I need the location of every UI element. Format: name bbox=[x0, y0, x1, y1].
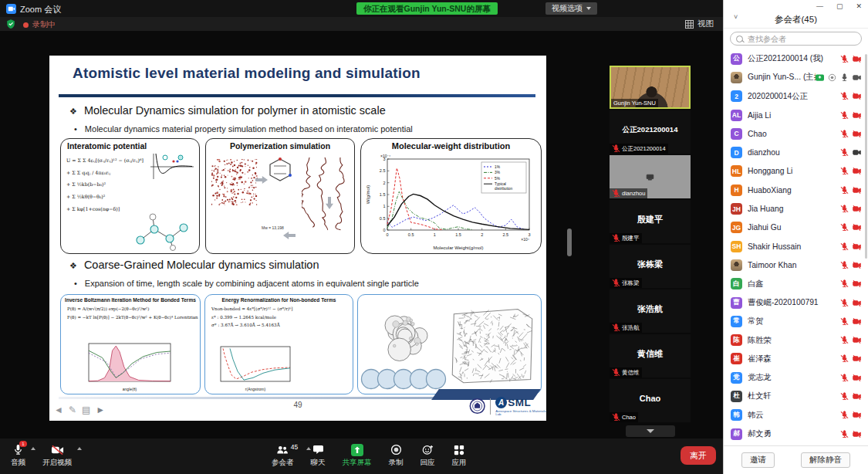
video-tile[interactable]: 张栋梁张栋梁 bbox=[610, 245, 691, 288]
presentation-slide: Atomistic level material modeling and si… bbox=[49, 56, 546, 421]
participant-row[interactable]: JGJiahui Gu bbox=[724, 218, 868, 237]
avatar bbox=[731, 72, 742, 83]
participant-row[interactable]: 常常贺 bbox=[724, 312, 868, 330]
camera-off-icon bbox=[853, 374, 861, 382]
camera-off-icon bbox=[853, 55, 861, 63]
close-button[interactable]: ✕ bbox=[856, 2, 862, 10]
video-tile[interactable]: dianzhou bbox=[610, 155, 691, 198]
avatar: 曹 bbox=[731, 297, 742, 309]
participant-row[interactable]: 曹曹俊崛-2020100791 bbox=[724, 293, 868, 312]
avatar: 白 bbox=[731, 278, 742, 289]
formula-line: + Σ ½kb(b−b₀)² bbox=[66, 178, 144, 191]
svg-text:2: 2 bbox=[481, 232, 483, 237]
camera-off-icon bbox=[853, 186, 861, 195]
slideshow-menu-icon[interactable] bbox=[82, 405, 90, 415]
participant-row[interactable]: 白白鑫 bbox=[724, 275, 868, 293]
audio-button[interactable]: 1 音频 bbox=[11, 443, 25, 468]
chevron-up-icon[interactable] bbox=[77, 447, 82, 450]
participant-row[interactable]: Taimoor Khan bbox=[724, 256, 868, 274]
participant-row[interactable]: Gunjin Yun-S... (主持人) bbox=[724, 68, 868, 86]
video-options-button[interactable]: 视频选项 bbox=[545, 2, 597, 15]
camera-off-icon bbox=[853, 354, 861, 363]
participant-name: 郝文勇 bbox=[748, 428, 840, 439]
avatar: 党 bbox=[731, 372, 742, 384]
avatar: 2 bbox=[731, 90, 742, 102]
participant-row[interactable]: Ddianzhou bbox=[724, 143, 868, 161]
participant-row[interactable]: SHShakir Hussain bbox=[724, 237, 868, 256]
participant-row[interactable]: JHJia Huang bbox=[724, 199, 868, 218]
video-tile[interactable]: 殷建平殷建平 bbox=[610, 200, 691, 243]
mic-muted-icon bbox=[840, 374, 849, 382]
apps-button[interactable]: 应用 bbox=[452, 443, 467, 468]
minimize-button[interactable]: — bbox=[816, 2, 823, 10]
camera-off-icon bbox=[853, 223, 861, 232]
asml-lab-logo: A SML Aerospace Structures & Materials L… bbox=[495, 397, 546, 417]
participants-footer: 邀请 解除静音 bbox=[724, 445, 868, 474]
bonded-terms-panel: Inverse Boltzmann Iteration Method for B… bbox=[60, 294, 201, 394]
slideshow-toolbar bbox=[54, 405, 105, 415]
svg-text:1.5: 1.5 bbox=[455, 232, 461, 237]
mic-muted-icon bbox=[612, 323, 620, 332]
stage-scrollbar[interactable] bbox=[567, 229, 572, 256]
start-video-button[interactable]: 开启视频 bbox=[42, 443, 72, 468]
zoom-meeting-window: Zoom 会议 你正在观看Gunjin Yun-SNU的屏幕 视频选项 录制中 … bbox=[0, 0, 868, 474]
video-tile[interactable]: 黄信维黄信维 bbox=[610, 334, 691, 378]
mic-icon: 1 bbox=[12, 443, 24, 456]
record-button[interactable]: 录制 bbox=[389, 443, 404, 468]
participants-button[interactable]: 45 参会者 bbox=[272, 443, 294, 468]
video-tile[interactable]: Gunjin Yun-SNU bbox=[610, 66, 691, 109]
participant-search[interactable] bbox=[730, 32, 862, 46]
svg-text:W(g/mol): W(g/mol) bbox=[366, 185, 370, 204]
video-tile[interactable]: ChaoChao bbox=[610, 379, 691, 422]
chat-button[interactable]: 聊天 bbox=[311, 443, 326, 468]
unmute-button[interactable]: 解除静音 bbox=[801, 452, 850, 468]
participant-name: Jiahui Gu bbox=[748, 223, 840, 232]
svg-text:0: 0 bbox=[383, 228, 385, 232]
tile-display-name: 张浩航 bbox=[610, 303, 691, 315]
pen-tool-icon[interactable] bbox=[69, 405, 76, 415]
video-tile[interactable]: 张浩航张浩航 bbox=[610, 289, 691, 333]
participant-row[interactable]: ALAijia Li bbox=[724, 106, 868, 124]
participant-row[interactable]: 公公正2021200014 (我) bbox=[724, 49, 868, 68]
participant-row[interactable]: 崔崔泽森 bbox=[724, 350, 868, 368]
participant-row[interactable]: 陈陈胜荣 bbox=[724, 330, 868, 349]
next-slide-icon[interactable] bbox=[96, 405, 105, 415]
share-screen-button[interactable]: 共享屏幕 bbox=[343, 443, 372, 468]
camera-off-icon bbox=[853, 430, 861, 438]
participant-name: Taimoor Khan bbox=[748, 261, 840, 269]
participant-row[interactable]: 22020200014公正 bbox=[724, 87, 868, 106]
collapse-strip-button[interactable] bbox=[626, 425, 675, 437]
participant-name: 韩云 bbox=[748, 410, 840, 421]
maximize-button[interactable]: ▢ bbox=[836, 2, 843, 10]
participant-row[interactable]: 韩韩云 bbox=[724, 406, 868, 425]
leave-button[interactable]: 离开 bbox=[681, 446, 716, 465]
participant-row[interactable]: CChao bbox=[724, 124, 868, 143]
participant-list-scrollbar[interactable] bbox=[865, 54, 867, 259]
participant-row[interactable]: HHuaboXiang bbox=[724, 181, 868, 199]
avatar: 公 bbox=[731, 53, 742, 65]
window-controls: — ▢ ✕ bbox=[816, 0, 862, 12]
dot-bullet-icon bbox=[74, 124, 77, 134]
participant-name: 公正2021200014 (我) bbox=[748, 53, 840, 64]
chevron-down-icon bbox=[586, 7, 591, 10]
video-tile[interactable]: 公正2021200014公正2021200014 bbox=[610, 110, 691, 154]
avatar: 杜 bbox=[731, 391, 742, 402]
participant-row[interactable]: 杜杜文轩 bbox=[724, 387, 868, 405]
participant-row[interactable]: 党党志龙 bbox=[724, 368, 868, 387]
invite-button[interactable]: 邀请 bbox=[741, 452, 775, 468]
molecule-diagram bbox=[130, 209, 198, 251]
avatar: 韩 bbox=[731, 409, 742, 421]
avatar: 常 bbox=[731, 316, 742, 327]
chevron-up-icon[interactable] bbox=[31, 447, 35, 450]
camera-off-icon bbox=[853, 261, 861, 269]
search-input[interactable] bbox=[746, 34, 856, 44]
reactions-button[interactable]: 回应 bbox=[420, 443, 435, 468]
svg-text:0: 0 bbox=[386, 232, 388, 237]
view-button[interactable]: 视图 bbox=[685, 19, 714, 29]
panel-title: Energy Renormalization for Non-bonded Te… bbox=[205, 297, 353, 303]
mic-muted-icon bbox=[840, 279, 849, 288]
participant-row[interactable]: 郝郝文勇 bbox=[724, 425, 868, 443]
camera-off-icon bbox=[853, 392, 861, 401]
participant-row[interactable]: HLHonggang Li bbox=[724, 162, 868, 181]
prev-slide-icon[interactable] bbox=[54, 405, 63, 415]
